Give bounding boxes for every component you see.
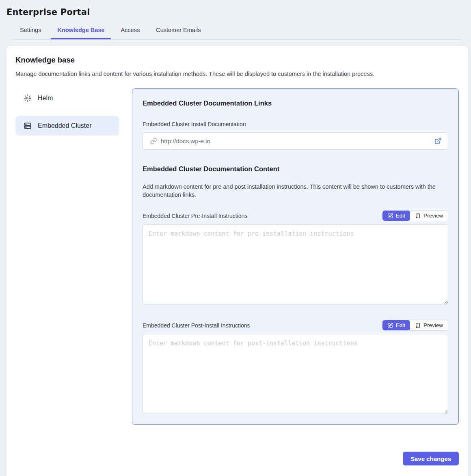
post-install-textarea[interactable] bbox=[143, 334, 448, 414]
preview-button[interactable]: Preview bbox=[410, 320, 448, 330]
preview-button-label: Preview bbox=[423, 322, 443, 328]
preview-button[interactable]: Preview bbox=[410, 211, 448, 221]
svg-text:HELM: HELM bbox=[25, 97, 30, 99]
tab-customer-emails[interactable]: Customer Emails bbox=[149, 23, 207, 39]
notebook-icon bbox=[415, 213, 421, 219]
content-section-title: Embedded Cluster Documentation Content bbox=[143, 165, 448, 173]
save-changes-button[interactable]: Save changes bbox=[403, 452, 459, 465]
pre-install-label: Embedded Cluster Pre-Install Instruction… bbox=[143, 213, 247, 219]
sidebar-item-helm[interactable]: HELM Helm bbox=[15, 88, 119, 108]
post-install-label: Embedded Cluster Post-Install Instructio… bbox=[143, 322, 250, 329]
post-install-mode-toggle: Edit Preview bbox=[382, 320, 448, 331]
pre-install-textarea[interactable] bbox=[143, 224, 448, 304]
external-link-icon bbox=[434, 138, 441, 144]
open-link-button[interactable] bbox=[434, 137, 442, 145]
preview-button-label: Preview bbox=[423, 213, 443, 219]
tab-knowledge-base[interactable]: Knowledge Base bbox=[51, 23, 111, 39]
app-header: Enterprise Portal Settings Knowledge Bas… bbox=[0, 0, 471, 40]
edit-button-label: Edit bbox=[396, 213, 405, 219]
notebook-icon bbox=[415, 323, 421, 328]
edit-button-label: Edit bbox=[396, 322, 405, 328]
knowledge-base-card: Knowledge base Manage documentation link… bbox=[6, 46, 468, 476]
tab-settings[interactable]: Settings bbox=[13, 23, 48, 39]
card-title: Knowledge base bbox=[15, 56, 459, 65]
install-method-nav: HELM Helm Embedded Cluster bbox=[15, 88, 119, 144]
tab-bar: Settings Knowledge Base Access Customer … bbox=[13, 23, 461, 40]
content-section-description: Add markdown content for pre and post in… bbox=[143, 183, 447, 199]
tab-access[interactable]: Access bbox=[114, 23, 146, 39]
edit-button[interactable]: Edit bbox=[382, 320, 410, 330]
pre-install-mode-toggle: Edit Preview bbox=[382, 210, 448, 221]
edit-pen-icon bbox=[387, 213, 393, 219]
sidebar-item-label: Embedded Cluster bbox=[38, 122, 92, 129]
install-doc-input[interactable] bbox=[161, 138, 434, 144]
sidebar-item-label: Helm bbox=[38, 95, 53, 102]
helm-icon: HELM bbox=[23, 94, 32, 103]
page-title: Enterprise Portal bbox=[6, 7, 465, 17]
install-doc-label: Embedded Cluster Install Documentation bbox=[143, 121, 448, 127]
embedded-cluster-panel: Embedded Cluster Documentation Links Emb… bbox=[132, 88, 459, 425]
install-doc-input-wrap bbox=[143, 132, 448, 150]
sidebar-item-embedded-cluster[interactable]: Embedded Cluster bbox=[15, 116, 119, 136]
links-section-title: Embedded Cluster Documentation Links bbox=[143, 99, 448, 107]
server-stack-icon bbox=[23, 121, 32, 130]
link-icon bbox=[150, 138, 158, 144]
edit-button[interactable]: Edit bbox=[382, 211, 410, 221]
card-description: Manage documentation links and content f… bbox=[15, 71, 459, 77]
edit-pen-icon bbox=[387, 323, 393, 328]
